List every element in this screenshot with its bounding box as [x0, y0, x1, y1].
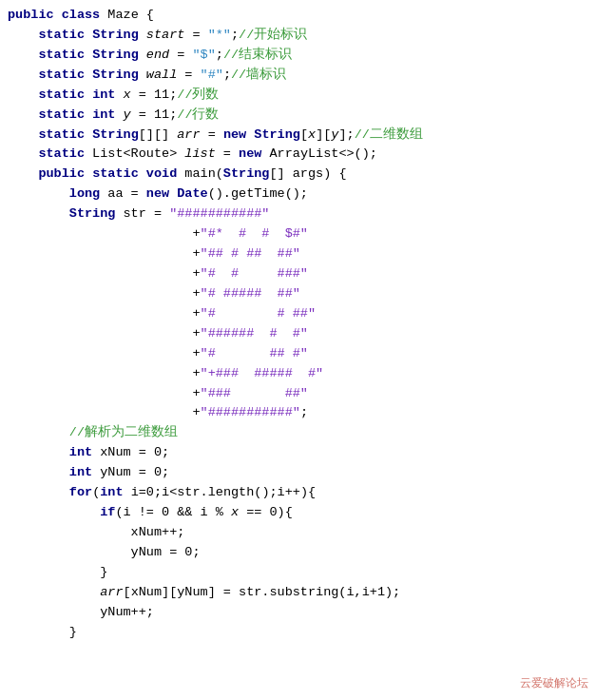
code-line-22: +"### ##": [8, 384, 588, 404]
code-line-12: long aa = new Date().getTime();: [8, 185, 588, 204]
code-line-31: }: [8, 563, 588, 583]
code-editor: public class Maze { static String start …: [0, 0, 596, 700]
code-line-9: static List<Route> list = new ArrayList<…: [8, 145, 588, 165]
code-line-24: //解析为二维数组: [8, 423, 588, 443]
code-line-27: for(int i=0;i<str.length();i++){: [8, 483, 588, 503]
code-line-26: int yNum = 0;: [8, 463, 588, 483]
code-line-20: +"# ## #": [8, 344, 588, 364]
code-line-18: +"# # ##": [8, 304, 588, 324]
code-line-14: +"#* # # $#": [8, 224, 588, 244]
code-line-33: yNum++;: [8, 603, 588, 623]
code-line-5: static String wall = "#";//墙标识: [8, 66, 588, 86]
code-line-4: static String end = "$";//结束标识: [8, 46, 588, 66]
code-line-25: int xNum = 0;: [8, 443, 588, 463]
code-line-16: +"# # ###": [8, 264, 588, 284]
code-line-23: +"###########";: [8, 403, 588, 423]
code-line-19: +"###### # #": [8, 324, 588, 344]
code-line-13: String str = "###########": [8, 204, 588, 224]
code-line-29: xNum++;: [8, 523, 588, 543]
code-line-21: +"+### ##### #": [8, 364, 588, 384]
code-line-1: public class Maze {: [8, 6, 588, 26]
code-line-8: static String[][] arr = new String[x][y]…: [8, 126, 588, 146]
code-line-15: +"## # ## ##": [8, 244, 588, 264]
code-line-3: static String start = "*";//开始标识: [8, 26, 588, 46]
code-line-11: public static void main(String[] args) {: [8, 165, 588, 185]
code-line-6: static int x = 11;//列数: [8, 86, 588, 106]
code-line-17: +"# ##### ##": [8, 284, 588, 304]
code-line-7: static int y = 11;//行数: [8, 106, 588, 126]
code-line-32: arr[xNum][yNum] = str.substring(i,i+1);: [8, 583, 588, 603]
code-line-30: yNum = 0;: [8, 543, 588, 563]
code-line-34: }: [8, 623, 588, 643]
code-line-28: if(i != 0 && i % x == 0){: [8, 503, 588, 523]
watermark: 云爱破解论坛: [520, 674, 588, 692]
